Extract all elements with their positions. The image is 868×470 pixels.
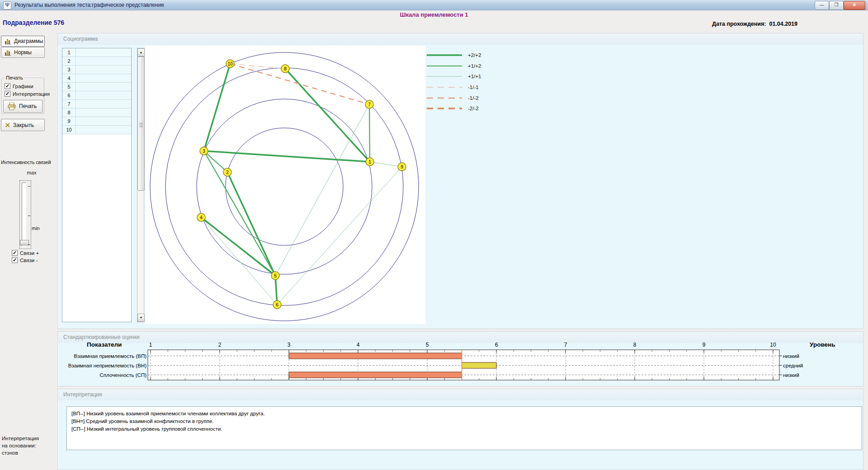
legend-label: +2/+2 xyxy=(468,52,481,58)
roster-row[interactable]: 2 xyxy=(62,57,131,66)
roster-number: 5 xyxy=(62,83,76,91)
minimize-button[interactable]: — xyxy=(815,1,829,10)
sociogram-edge-10-3 xyxy=(204,64,230,151)
scores-row-label: Сплоченность (СП) xyxy=(100,372,147,378)
slider-tick xyxy=(28,216,30,216)
slider-tick xyxy=(28,186,30,187)
intensity-slider-thumb[interactable] xyxy=(20,240,29,245)
sociogram-node-label-10: 10 xyxy=(227,61,233,66)
scores-axis-tick-label: 5 xyxy=(426,342,429,348)
sociogram-node-label-2: 2 xyxy=(226,170,229,175)
roster-row[interactable]: 3 xyxy=(62,66,131,74)
scores-axis-tick-label: 8 xyxy=(633,342,637,348)
sociogram-edge-4-5 xyxy=(201,217,275,276)
scores-panel: Стандартизированные оценки ПоказателиУро… xyxy=(57,331,863,386)
scores-right-header: Уровень xyxy=(810,341,835,348)
roster-row[interactable]: 8 xyxy=(62,108,131,117)
legend-label: +1/+2 xyxy=(468,63,481,69)
checkbox-links-negative[interactable]: ✓ Связи - xyxy=(12,257,38,263)
roster-row[interactable]: 4 xyxy=(62,74,131,83)
sociogram-edge-3-1 xyxy=(204,151,370,162)
roster-row[interactable]: 7 xyxy=(62,100,131,108)
sociogram-node-label-4: 4 xyxy=(200,215,203,220)
application-window: Ψ Результаты выполнения теста:графическо… xyxy=(0,0,868,470)
checkbox-check-icon: ✓ xyxy=(12,250,18,256)
checkbox-check-icon: ✓ xyxy=(12,257,18,263)
legend-line-icon xyxy=(426,64,462,68)
norms-button[interactable]: Нормы xyxy=(1,47,45,58)
roster-number: 1 xyxy=(62,48,76,56)
bar-chart-icon xyxy=(5,50,11,55)
interpretation-basis-note: Интерпретация на основании: стэнов xyxy=(2,435,39,456)
interpretation-textbox: [ВП--] Низкий уровень взаимной приемлемо… xyxy=(66,406,862,450)
roster-row[interactable]: 5 xyxy=(62,83,131,91)
checkbox-interpretation[interactable]: ✓ Интерпретация xyxy=(5,91,50,97)
checkbox-check-icon: ✓ xyxy=(5,83,10,89)
scores-bar xyxy=(289,372,462,378)
checkbox-check-icon: ✓ xyxy=(5,91,10,97)
sociogram-node-label-3: 3 xyxy=(203,149,205,154)
checkbox-links-positive-label: Связи + xyxy=(20,250,39,256)
sociogram-edge-4-6 xyxy=(201,217,277,305)
checkbox-graphics[interactable]: ✓ Графики xyxy=(5,83,33,89)
member-list-scrollbar[interactable]: ▲ ▼ xyxy=(137,48,144,322)
scores-bar xyxy=(462,362,497,368)
scores-level-label: низкий xyxy=(783,353,799,359)
interpretation-caption: Интерпретация xyxy=(58,389,863,400)
scores-row-label: Взаимная приемлемость (ВП) xyxy=(74,353,147,359)
scores-axis-tick-label: 4 xyxy=(357,342,360,348)
bar-chart-icon xyxy=(5,38,11,44)
sociogram-ring xyxy=(197,99,372,274)
roster-row[interactable]: 9 xyxy=(62,117,131,126)
date-line: Дата прохождения: 01.04.2019 xyxy=(712,21,797,27)
diagrams-button-label: Диаграммы xyxy=(14,38,43,44)
sociogram-plot: 12345678910 xyxy=(145,46,425,324)
sociogram-legend: +2/+2+1/+2+1/+1-1/-1-1/-2-2/-2 xyxy=(426,50,481,114)
sociogram-edge-3-2 xyxy=(204,151,227,172)
print-button-label: Печать xyxy=(19,103,37,109)
sociogram-edge-1-9 xyxy=(370,162,402,167)
intensity-slider-groove[interactable] xyxy=(22,183,26,246)
roster-number: 9 xyxy=(62,117,76,125)
interpretation-line: [СП--] Низкий интегральный уровень групп… xyxy=(71,425,862,433)
scrollbar-thumb[interactable] xyxy=(137,56,145,191)
sociogram-edge-7-1 xyxy=(369,104,370,162)
sociogram-node-label-6: 6 xyxy=(276,302,278,307)
legend-row: +2/+2 xyxy=(426,50,481,61)
scores-left-header: Показатели xyxy=(87,341,122,348)
sociogram-ring xyxy=(150,52,419,321)
checkbox-interpretation-label: Интерпретация xyxy=(13,91,50,97)
restore-button[interactable]: ❐ xyxy=(829,1,844,10)
scores-row-label: Взаимная неприемлемость (ВН) xyxy=(68,363,146,368)
close-window-button[interactable]: ✕ xyxy=(844,1,865,10)
sociogram-node-label-7: 7 xyxy=(368,102,371,107)
sociogram-ring xyxy=(226,128,343,245)
title-bar: Ψ Результаты выполнения теста:графическо… xyxy=(0,0,868,10)
roster-row[interactable]: 1 xyxy=(62,48,131,57)
legend-line-icon xyxy=(426,85,462,89)
legend-line-icon xyxy=(426,75,462,78)
scroll-down-icon[interactable]: ▼ xyxy=(137,314,145,322)
scores-axis-tick-label: 10 xyxy=(770,342,776,348)
checkbox-links-positive[interactable]: ✓ Связи + xyxy=(12,250,39,256)
sociogram-node-label-1: 1 xyxy=(368,160,371,164)
diagrams-button[interactable]: Диаграммы xyxy=(1,36,45,47)
sociogram-node-label-9: 9 xyxy=(401,164,403,169)
printer-icon xyxy=(7,103,16,110)
scroll-up-icon[interactable]: ▲ xyxy=(137,48,145,56)
print-group-label: Печать xyxy=(5,75,24,80)
window-title: Результаты выполнения теста:графическое … xyxy=(14,2,164,8)
roster-number: 8 xyxy=(62,108,76,117)
legend-row: -1/-2 xyxy=(426,93,481,103)
legend-line-icon xyxy=(426,96,462,100)
app-icon: Ψ xyxy=(3,1,11,9)
roster-row[interactable]: 6 xyxy=(62,91,131,100)
sociogram-edge-2-5 xyxy=(227,172,275,276)
print-button[interactable]: Печать xyxy=(3,100,42,113)
scores-axis-tick-label: 3 xyxy=(288,342,291,348)
legend-row: +1/+1 xyxy=(426,71,481,82)
roster-row[interactable]: 10 xyxy=(62,126,131,134)
interpretation-line: [ВН=] Средний уровень взаимной конфликтн… xyxy=(71,418,862,425)
date-value: 01.04.2019 xyxy=(769,21,797,27)
close-button[interactable]: ✕ Закрыть xyxy=(1,119,45,131)
